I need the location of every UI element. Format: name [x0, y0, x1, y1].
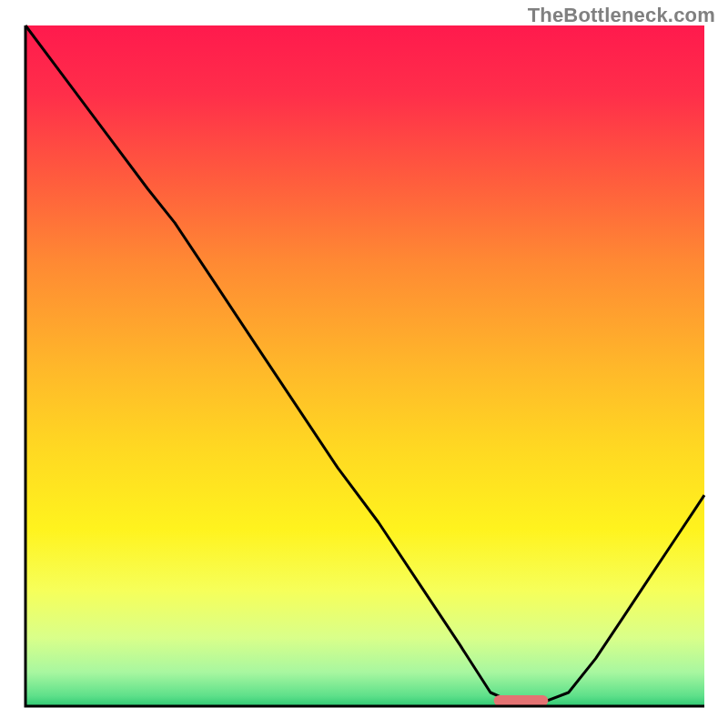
chart-container: { "watermark": "TheBottleneck.com", "cha… — [0, 0, 728, 728]
optimal-marker — [494, 695, 549, 706]
bottleneck-chart — [0, 0, 728, 728]
gradient-background — [25, 25, 704, 706]
watermark-text: TheBottleneck.com — [528, 4, 715, 27]
